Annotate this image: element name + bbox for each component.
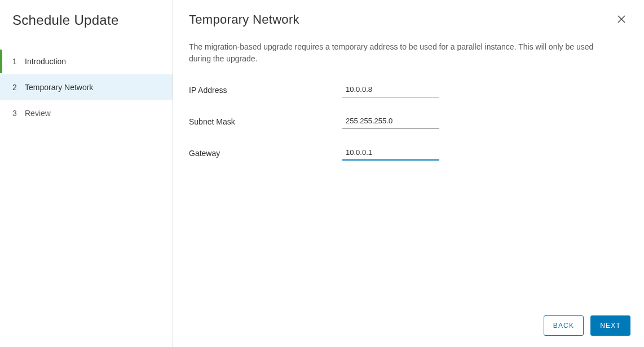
page-title: Temporary Network xyxy=(189,12,299,27)
back-button[interactable]: BACK xyxy=(544,315,584,336)
step-number: 1 xyxy=(12,57,25,66)
gateway-label: Gateway xyxy=(189,149,342,158)
page-description: The migration-based upgrade requires a t… xyxy=(189,41,617,65)
form-row-subnet-mask: Subnet Mask xyxy=(189,114,628,129)
step-number: 3 xyxy=(12,109,25,118)
step-label: Review xyxy=(25,109,51,118)
main-header: Temporary Network xyxy=(173,0,644,28)
main-content: The migration-based upgrade requires a t… xyxy=(173,28,644,306)
step-number: 2 xyxy=(12,83,25,92)
main-panel: Temporary Network The migration-based up… xyxy=(173,0,644,347)
close-icon xyxy=(617,17,626,25)
gateway-input[interactable] xyxy=(342,146,439,161)
wizard-title: Schedule Update xyxy=(0,12,173,28)
subnet-mask-label: Subnet Mask xyxy=(189,117,342,126)
wizard-sidebar: Schedule Update 1 Introduction 2 Tempora… xyxy=(0,0,173,347)
wizard-steps: 1 Introduction 2 Temporary Network 3 Rev… xyxy=(0,48,173,126)
ip-address-label: IP Address xyxy=(189,86,342,95)
form-row-ip-address: IP Address xyxy=(189,83,628,97)
step-label: Introduction xyxy=(25,57,66,66)
subnet-mask-input[interactable] xyxy=(342,114,439,129)
step-label: Temporary Network xyxy=(25,83,93,92)
close-button[interactable] xyxy=(615,12,628,28)
wizard-footer: BACK NEXT xyxy=(173,306,644,347)
ip-address-input[interactable] xyxy=(342,83,439,97)
next-button[interactable]: NEXT xyxy=(590,315,630,336)
sidebar-step-temporary-network[interactable]: 2 Temporary Network xyxy=(0,74,173,100)
form-row-gateway: Gateway xyxy=(189,146,628,161)
sidebar-step-review[interactable]: 3 Review xyxy=(0,100,173,126)
sidebar-step-introduction[interactable]: 1 Introduction xyxy=(0,48,173,74)
